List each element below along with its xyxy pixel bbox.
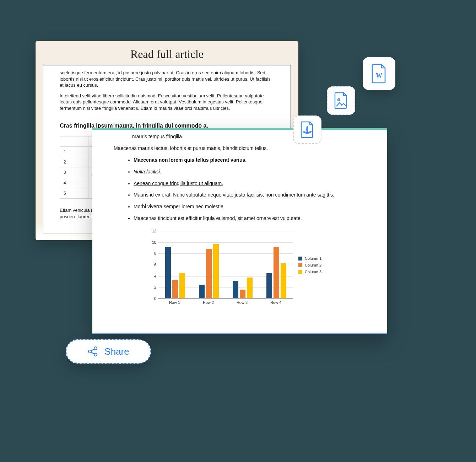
chart-bar xyxy=(213,244,219,298)
bar-chart: 024681012 Row 1Row 2Row 3Row 4 Column 1C… xyxy=(142,229,341,311)
chart-bar xyxy=(266,273,272,298)
legend-item: Column 3 xyxy=(298,269,321,275)
chart-bar xyxy=(206,249,212,298)
chart-xtick: Row 2 xyxy=(191,300,225,305)
share-button[interactable]: Share xyxy=(66,339,151,364)
svg-point-3 xyxy=(94,347,97,350)
list-item: Maecenas non lorem quis tellus placerat … xyxy=(134,157,369,163)
doc-lead: Maecenas mauris lectus, lobortis et puru… xyxy=(114,145,369,152)
word-doc-icon: W xyxy=(371,64,387,84)
chart-ytick: 4 xyxy=(150,273,156,279)
chart-ytick: 2 xyxy=(150,285,156,290)
svg-point-1 xyxy=(338,99,340,101)
legend-item: Column 1 xyxy=(298,256,321,261)
svg-line-5 xyxy=(91,349,94,351)
svg-text:W: W xyxy=(376,72,382,79)
chart-bar xyxy=(233,281,238,298)
doc-bullet-list: Maecenas non lorem quis tellus placerat … xyxy=(134,157,369,222)
list-item: Morbi viverra semper lorem nec molestie. xyxy=(134,203,369,210)
chart-ytick: 12 xyxy=(150,229,156,234)
share-icon xyxy=(87,346,98,357)
image-file-badge[interactable] xyxy=(327,86,355,115)
list-item: Aenean congue fringilla justo ut aliquam… xyxy=(134,180,369,187)
article-para: scelerisque fermentum erat, id posuere j… xyxy=(60,70,274,88)
chart-xtick: Row 1 xyxy=(158,300,191,305)
word-file-badge[interactable]: W xyxy=(363,57,395,90)
list-item: Mauris id ex erat. Nunc vulputate neque … xyxy=(134,192,369,198)
chart-bar xyxy=(165,247,171,298)
list-item: Nulla facilisi. xyxy=(134,168,369,175)
chart-bar xyxy=(172,280,178,298)
chart-legend: Column 1Column 2Column 3 xyxy=(298,254,321,276)
article-para: In eleifend velit vitae libero sollicitu… xyxy=(60,93,274,112)
pdf-file-icon xyxy=(300,121,314,138)
chart-bar xyxy=(281,263,286,298)
chart-bar xyxy=(274,247,279,298)
svg-point-4 xyxy=(94,353,97,356)
chart-xtick: Row 3 xyxy=(225,300,259,305)
legend-item: Column 2 xyxy=(298,263,321,268)
doc-fragment: mauris tempus fringilla. xyxy=(132,133,369,140)
chart-bar xyxy=(240,290,245,298)
share-label: Share xyxy=(104,346,129,357)
svg-line-6 xyxy=(91,352,94,354)
chart-bar xyxy=(179,273,185,298)
chart-ytick: 6 xyxy=(150,262,156,268)
chart-ytick: 8 xyxy=(150,251,156,256)
pdf-file-badge[interactable] xyxy=(293,116,321,144)
chart-bar xyxy=(199,285,205,298)
foreground-document-card: mauris tempus fringilla. Maecenas mauris… xyxy=(92,128,387,334)
article-title[interactable]: Read full article xyxy=(36,46,298,65)
image-file-icon xyxy=(334,92,348,109)
chart-bar xyxy=(247,278,253,299)
list-item: Maecenas tincidunt est efficitur ligula … xyxy=(134,215,369,222)
chart-xtick: Row 4 xyxy=(259,300,293,305)
chart-ytick: 10 xyxy=(150,240,156,245)
svg-point-2 xyxy=(88,350,91,353)
chart-ytick: 0 xyxy=(150,296,156,301)
